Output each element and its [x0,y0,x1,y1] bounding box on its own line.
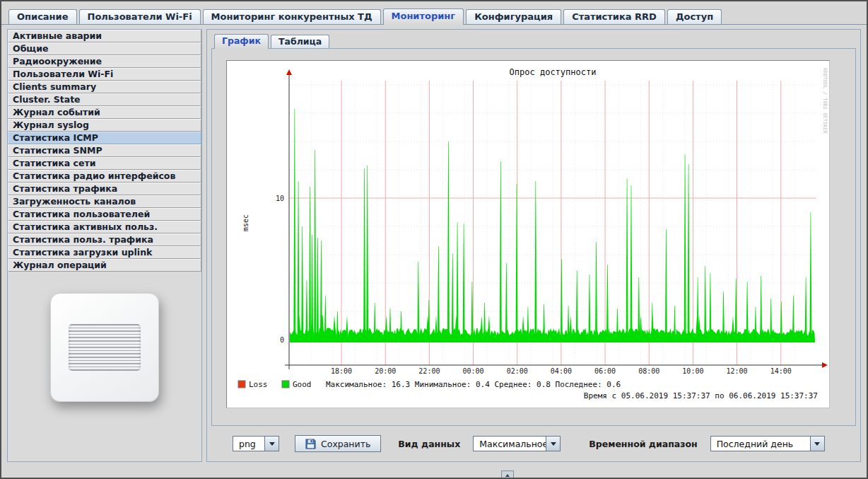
sidebar-item-11[interactable]: Статистика радио интерфейсов [8,170,201,183]
time-range-select-value: Последний день [711,437,810,451]
data-kind-label: Вид данных [398,439,460,449]
sidebar-item-5[interactable]: Cluster. State [8,93,201,106]
content-area: Активные аварииОбщиеРадиоокружениеПользо… [1,25,867,462]
svg-text:Максимальное: 16.3 Минимальн: Максимальное: 16.3 Минимальное: 0.4 Сред… [326,380,621,389]
sidebar-item-15[interactable]: Статистика активных польз. [8,221,201,233]
svg-text:10: 10 [276,195,284,202]
top-tab-1[interactable]: Пользователи Wi-Fi [79,9,201,24]
sidebar-item-6[interactable]: Журнал событий [8,106,201,119]
save-icon [305,439,316,449]
time-range-label: Временной диапазон [589,439,697,449]
controls-row: png Сохранить Вид данных [211,434,856,453]
sidebar-item-1[interactable]: Общие [8,42,201,55]
main-tab-0[interactable]: График [214,34,269,49]
sidebar-item-14[interactable]: Статистика пользователей [8,208,201,221]
svg-text:00:00: 00:00 [463,367,484,375]
svg-text:02:00: 02:00 [507,367,528,375]
data-kind-select[interactable]: Максимальное [473,436,561,451]
sidebar-item-7[interactable]: Журнал syslog [8,119,201,132]
sidebar-item-10[interactable]: Статистика сети [8,157,201,170]
svg-text:RRDTOOL / TOBI OETIKER: RRDTOOL / TOBI OETIKER [822,68,828,134]
format-select-value: png [233,437,264,451]
sidebar-item-8[interactable]: Статистика ICMP [8,132,201,144]
svg-text:msec: msec [242,214,250,231]
chevron-down-icon[interactable] [546,437,560,451]
svg-text:12:00: 12:00 [727,367,748,375]
save-button[interactable]: Сохранить [295,435,381,452]
sidebar-item-4[interactable]: Clients summary [8,81,201,93]
svg-text:20:00: 20:00 [375,367,396,375]
availability-chart: 01018:0020:0022:0000:0002:0004:0006:0008… [226,60,830,408]
svg-text:14:00: 14:00 [770,367,792,375]
sidebar-item-3[interactable]: Пользователи Wi-Fi [8,68,201,81]
format-select[interactable]: png [233,436,279,451]
sidebar-item-17[interactable]: Статистика загрузки uplink [8,246,201,259]
main-tab-1[interactable]: Таблица [271,35,329,48]
sidebar-item-18[interactable]: Журнал операций [8,259,201,272]
app-window: ОписаниеПользователи Wi-FiМониторинг кон… [0,0,868,479]
sidebar: Активные аварииОбщиеРадиоокружениеПользо… [7,29,202,462]
top-tab-5[interactable]: Статистика RRD [563,9,665,24]
top-tab-2[interactable]: Мониторинг конкурентных ТД [203,9,381,24]
top-tab-6[interactable]: Доступ [667,9,722,24]
main-panel: ГрафикТаблица 01018:0020:0022:0000:0002:… [206,29,861,462]
svg-text:06:00: 06:00 [594,367,616,375]
svg-text:0: 0 [280,336,284,344]
svg-text:18:00: 18:00 [331,367,352,375]
chevron-down-icon[interactable] [810,437,824,451]
sidebar-item-16[interactable]: Статистика польз. трафика [8,233,201,246]
svg-text:04:00: 04:00 [551,367,572,375]
time-range-select[interactable]: Последний день [710,436,825,451]
top-tab-bar: ОписаниеПользователи Wi-FiМониторинг кон… [1,1,867,25]
device-image-area [8,272,201,402]
svg-text:Loss: Loss [249,380,268,389]
chevron-down-icon[interactable] [264,437,278,451]
chart-tab-content: 01018:0020:0022:0000:0002:0004:0006:0008… [211,48,856,426]
access-point-grille [69,324,141,371]
svg-text:Опрос доступности: Опрос доступности [510,67,597,77]
sidebar-item-9[interactable]: Статистика SNMP [8,144,201,157]
sidebar-list: Активные аварииОбщиеРадиоокружениеПользо… [8,30,201,272]
top-tab-4[interactable]: Конфигурация [466,9,561,24]
sidebar-item-12[interactable]: Статистика трафика [8,183,201,195]
sidebar-item-13[interactable]: Загруженность каналов [8,195,201,208]
svg-text:08:00: 08:00 [638,367,659,375]
sidebar-item-0[interactable]: Активные аварии [8,30,201,42]
svg-text:22:00: 22:00 [418,367,440,375]
sidebar-item-2[interactable]: Радиоокружение [8,55,201,68]
svg-text:Время с 05.06.2019 15:37:37 по: Время с 05.06.2019 15:37:37 по 06.06.201… [584,391,818,400]
top-tab-0[interactable]: Описание [8,9,77,24]
chart-tab-bar: ГрафикТаблица [211,33,856,48]
data-kind-select-value: Максимальное [474,437,546,451]
save-button-label: Сохранить [321,439,370,449]
svg-text:Good: Good [293,380,312,389]
access-point-image [50,293,159,402]
svg-text:10:00: 10:00 [682,367,703,375]
scrollbar-fragment[interactable] [501,471,514,478]
top-tab-3[interactable]: Мониторинг [383,8,464,25]
